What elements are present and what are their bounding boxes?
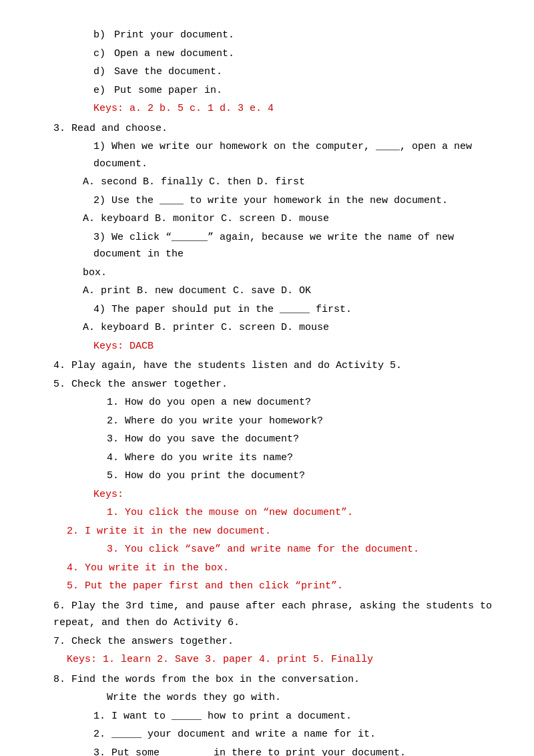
key-answer-1: 1. You click the mouse on “new document”… [107, 504, 494, 522]
q4-text: 4) The paper should put in the _____ fir… [93, 301, 494, 319]
section3-label: 3. Read and choose. [53, 120, 494, 138]
alpha-item-e: e) Put some paper in. [93, 82, 494, 100]
keys-line-2: Keys: DACB [93, 338, 494, 355]
keys-line-1: Keys: a. 2 b. 5 c. 1 d. 3 e. 4 [93, 100, 494, 118]
key-answer-5: 5. Put the paper first and then click “p… [67, 578, 494, 595]
section8-text: 8. Find the words from the box in the co… [53, 671, 494, 689]
check-item-1: 1. How do you open a new document? [107, 394, 494, 411]
q4-options: A. keyboard B. printer C. screen D. mous… [83, 319, 494, 337]
key-answer-4: 4. You write it in the box. [67, 560, 494, 577]
fill-item-2: 2. _____ your document and write a name … [93, 726, 494, 743]
check-item-3: 3. How do you save the document? [107, 431, 494, 448]
check-item-4: 4. Where do you write its name? [107, 449, 494, 467]
check-item-2: 2. Where do you write your homework? [107, 413, 494, 430]
section5-label: 5. Check the answer together. [53, 376, 494, 393]
alpha-item-d: d) Save the document. [93, 63, 494, 81]
section4-label: 4. Play again, have the students listen … [53, 357, 494, 375]
fill-item-1: 1. I want to _____ how to print a docume… [93, 708, 494, 725]
q1-options: A. second B. finally C. then D. first [83, 174, 494, 191]
keys-intro: Keys: [93, 486, 494, 504]
q2-text: 2) Use the ____ to write your homework i… [93, 192, 494, 210]
q2-options: A. keyboard B. monitor C. screen D. mous… [83, 210, 494, 228]
write-line: Write the words they go with. [107, 689, 494, 707]
section7-label: 7. Check the answers together. [53, 633, 494, 650]
q3-options: A. print B. new document C. save D. OK [83, 282, 494, 300]
keys-line-3: Keys: 1. learn 2. Save 3. paper 4. print… [67, 651, 494, 669]
key-answer-3: 3. You click “save” and write name for t… [107, 541, 494, 558]
fill-item-3: 3. Put some _______ in there to print yo… [93, 745, 494, 757]
q1-text: 1) When we write our homework on the com… [93, 138, 494, 172]
section6-text: 6. Play the 3rd time, and pause after ea… [53, 598, 494, 632]
alpha-item-c: c) Open a new document. [93, 45, 494, 63]
alpha-item-b: b) Print your document. [93, 27, 494, 44]
q3-text-b: box. [83, 264, 494, 282]
key-answer-2: 2. I write it in the new document. [67, 523, 494, 540]
q3-text-a: 3) We click “______” again, because we w… [93, 229, 494, 263]
check-item-5: 5. How do you print the document? [107, 467, 494, 485]
